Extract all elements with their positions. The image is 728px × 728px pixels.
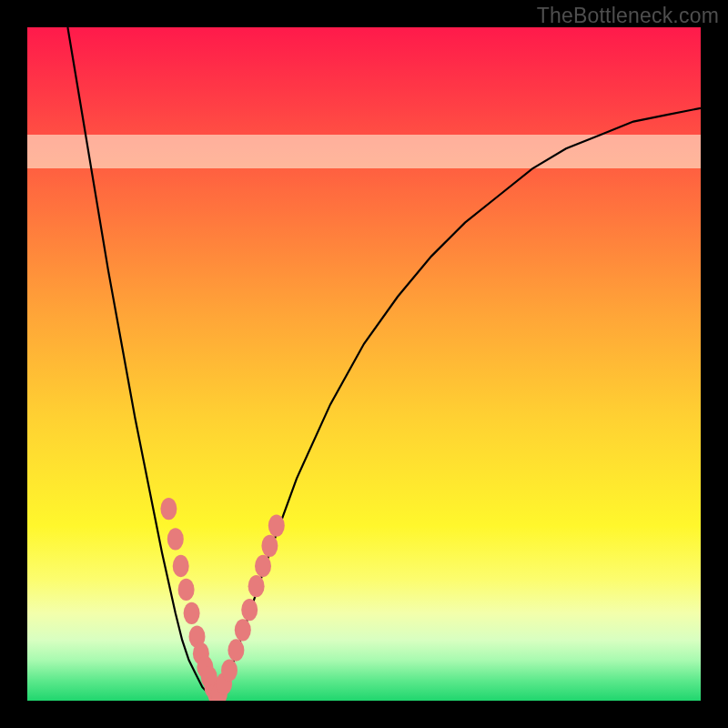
curve-layer	[27, 27, 701, 701]
bead	[255, 555, 271, 577]
bead	[228, 639, 244, 661]
plot-area	[27, 27, 701, 701]
right-curve-path	[216, 108, 701, 701]
bead	[178, 579, 195, 601]
beads-group	[160, 498, 284, 701]
bead	[221, 660, 238, 682]
bead	[268, 514, 285, 536]
bead	[261, 535, 278, 557]
chart-frame: TheBottleneck.com	[0, 0, 728, 728]
bead	[167, 528, 184, 550]
bead	[235, 619, 251, 641]
left-curve-path	[67, 27, 216, 701]
bead	[248, 575, 265, 597]
bead	[173, 555, 189, 577]
bead	[184, 602, 200, 624]
watermark-text: TheBottleneck.com	[537, 4, 719, 28]
bead	[160, 498, 177, 520]
bead	[241, 599, 258, 621]
